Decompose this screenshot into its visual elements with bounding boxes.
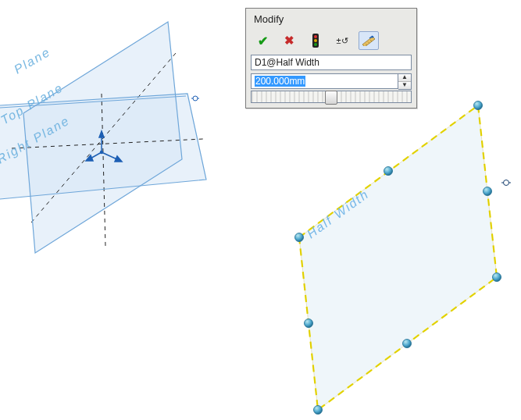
plus-minus-icon: ±↺ [336, 37, 348, 45]
reverse-button[interactable]: ±↺ [332, 31, 352, 50]
svg-marker-25 [362, 37, 375, 46]
svg-point-22 [314, 35, 317, 38]
traffic-light-icon [311, 34, 320, 48]
check-icon: ✔ [258, 34, 268, 48]
svg-point-14 [193, 96, 198, 101]
handle-corner[interactable] [474, 101, 483, 110]
svg-point-13 [101, 151, 103, 154]
svg-text:Plane: Plane [12, 44, 53, 76]
handle-corner[interactable] [295, 233, 304, 242]
offset-handle-icon[interactable] [501, 180, 511, 186]
handle-corner[interactable] [314, 406, 323, 415]
dimension-value-text: 200.000mm [255, 76, 305, 87]
handle-mid[interactable] [384, 167, 393, 176]
offset-handle-icon[interactable] [191, 96, 199, 101]
svg-point-24 [314, 43, 317, 46]
value-thumbwheel[interactable] [251, 91, 412, 103]
plane-label-partial: Plane [12, 44, 53, 76]
handle-corner[interactable] [493, 273, 501, 282]
svg-point-23 [314, 39, 317, 42]
handle-mid[interactable] [305, 319, 313, 328]
dimension-name-field[interactable]: D1@Half Width [251, 55, 412, 70]
handle-mid[interactable] [403, 340, 412, 348]
value-spinner[interactable]: ▲ ▼ [398, 73, 412, 90]
ruler-icon [362, 35, 376, 46]
svg-point-18 [504, 180, 509, 186]
ok-button[interactable]: ✔ [252, 31, 273, 50]
x-icon: ✖ [284, 34, 294, 48]
thumbwheel-button[interactable] [359, 31, 379, 50]
spinner-down[interactable]: ▼ [398, 82, 411, 89]
cancel-button[interactable]: ✖ [279, 31, 299, 50]
handle-mid[interactable] [484, 187, 492, 196]
sketch-plane-fill[interactable] [299, 105, 497, 410]
modify-dialog[interactable]: Modify ✔ ✖ ±↺ [245, 8, 417, 109]
rebuild-button[interactable] [305, 31, 326, 50]
thumbwheel-thumb[interactable] [325, 91, 337, 105]
modify-toolbar: ✔ ✖ ±↺ [246, 28, 416, 55]
modify-title: Modify [246, 9, 416, 28]
dimension-value-field[interactable]: 200.000mm [251, 73, 398, 89]
